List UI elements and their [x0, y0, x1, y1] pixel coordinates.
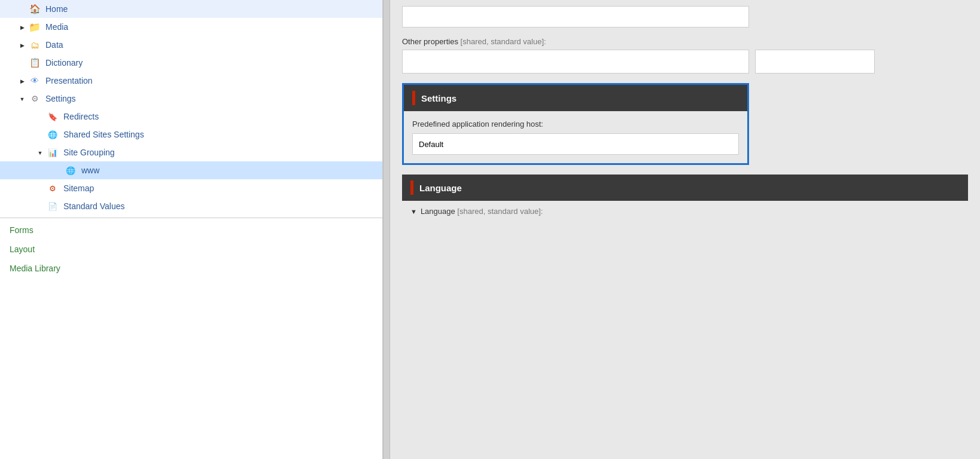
sidebar-label-standard-values: Standard Values	[63, 201, 124, 211]
shared-sites-icon: 🌐	[47, 128, 59, 140]
settings-arrow-icon	[18, 94, 26, 103]
sidebar-label-redirects: Redirects	[63, 112, 99, 121]
redirects-icon: 🔖	[47, 111, 59, 123]
settings-panel-header: Settings	[404, 85, 747, 111]
settings-red-bar	[412, 91, 415, 105]
other-properties-text: Other properties	[402, 37, 458, 46]
spacer-sitemap	[36, 184, 44, 192]
sidebar-label-site-grouping: Site Grouping	[63, 148, 115, 157]
spacer-standard	[36, 202, 44, 210]
rendering-host-input[interactable]	[412, 133, 739, 155]
spacer-redirects	[36, 112, 44, 121]
media-icon: 📁	[29, 21, 41, 33]
language-red-bar	[410, 180, 413, 195]
spacer-dict	[18, 59, 26, 67]
language-qualifier-text: [shared, standard value]:	[457, 207, 543, 216]
settings-panel-title: Settings	[421, 93, 456, 103]
sidebar-item-www[interactable]: 🌐 www	[0, 161, 382, 179]
sidebar-label-media-library: Media Library	[10, 264, 60, 273]
sidebar-item-sitemap[interactable]: ⚙ Sitemap	[0, 179, 382, 197]
media-arrow-icon	[18, 23, 26, 31]
spacer-www	[54, 166, 62, 175]
site-grouping-arrow-icon	[36, 148, 44, 157]
rendering-host-label: Predefined application rendering host:	[412, 120, 739, 128]
settings-panel-body: Predefined application rendering host:	[404, 111, 747, 163]
sidebar-label-forms: Forms	[10, 225, 34, 235]
sidebar-item-standard-values[interactable]: 📄 Standard Values	[0, 197, 382, 215]
sidebar-item-shared-sites[interactable]: 🌐 Shared Sites Settings	[0, 126, 382, 143]
spacer-shared	[36, 130, 44, 139]
sidebar-item-media-library[interactable]: Media Library	[0, 259, 382, 278]
sidebar-item-site-grouping[interactable]: 📊 Site Grouping	[0, 143, 382, 161]
language-panel-title: Language	[419, 183, 462, 193]
standard-values-icon: 📄	[47, 200, 59, 212]
language-section: Language ▼ Language [shared, standard va…	[402, 175, 968, 222]
sidebar-item-home[interactable]: 🏠 Home	[0, 0, 382, 18]
sidebar: 🏠 Home 📁 Media 🗂 Data 📋 Dictionary 👁 Pre…	[0, 0, 383, 459]
sidebar-item-dictionary[interactable]: 📋 Dictionary	[0, 54, 382, 72]
presentation-arrow-icon	[18, 76, 26, 85]
top-field-input[interactable]	[402, 6, 749, 27]
prop-input-large[interactable]	[402, 50, 749, 74]
other-properties-label: Other properties [shared, standard value…	[402, 35, 968, 46]
settings-panel: Settings Predefined application renderin…	[402, 83, 749, 165]
sidebar-label-www: www	[81, 166, 99, 175]
sidebar-label-data: Data	[45, 40, 63, 50]
presentation-icon: 👁	[29, 75, 41, 87]
sidebar-item-media[interactable]: 📁 Media	[0, 18, 382, 36]
top-input-row	[402, 6, 968, 27]
sidebar-item-presentation[interactable]: 👁 Presentation	[0, 72, 382, 90]
language-panel-header: Language	[402, 175, 968, 201]
dictionary-icon: 📋	[29, 57, 41, 69]
spacer	[18, 5, 26, 13]
language-field-label: Language [shared, standard value]:	[421, 207, 543, 216]
data-arrow-icon	[18, 41, 26, 49]
site-grouping-icon: 📊	[47, 146, 59, 158]
settings-icon: ⚙	[29, 93, 41, 105]
sidebar-label-sitemap: Sitemap	[63, 183, 94, 193]
main-content: Other properties [shared, standard value…	[390, 0, 980, 459]
language-label-text: Language	[421, 207, 455, 216]
language-field-row: ▼ Language [shared, standard value]:	[402, 201, 968, 222]
sidebar-item-data[interactable]: 🗂 Data	[0, 36, 382, 54]
sidebar-label-layout: Layout	[10, 244, 35, 254]
sidebar-item-layout[interactable]: Layout	[0, 240, 382, 259]
other-properties-qualifier: [shared, standard value]:	[461, 37, 546, 46]
www-icon: 🌐	[65, 164, 77, 176]
sitemap-icon: ⚙	[47, 182, 59, 194]
sidebar-item-settings[interactable]: ⚙ Settings	[0, 90, 382, 108]
sidebar-label-presentation: Presentation	[45, 76, 93, 85]
sidebar-label-dictionary: Dictionary	[45, 58, 83, 68]
properties-row	[402, 50, 968, 74]
prop-input-small[interactable]	[755, 50, 875, 74]
home-icon: 🏠	[29, 3, 41, 15]
sidebar-item-redirects[interactable]: 🔖 Redirects	[0, 108, 382, 126]
sidebar-label-media: Media	[45, 22, 68, 32]
sidebar-label-settings: Settings	[45, 94, 76, 103]
sidebar-label-shared-sites: Shared Sites Settings	[63, 130, 144, 139]
data-icon: 🗂	[29, 39, 41, 51]
language-collapse-arrow[interactable]: ▼	[410, 208, 417, 215]
sidebar-scrollbar[interactable]	[383, 0, 390, 459]
sidebar-label-home: Home	[45, 4, 68, 14]
sidebar-item-forms[interactable]: Forms	[0, 221, 382, 240]
